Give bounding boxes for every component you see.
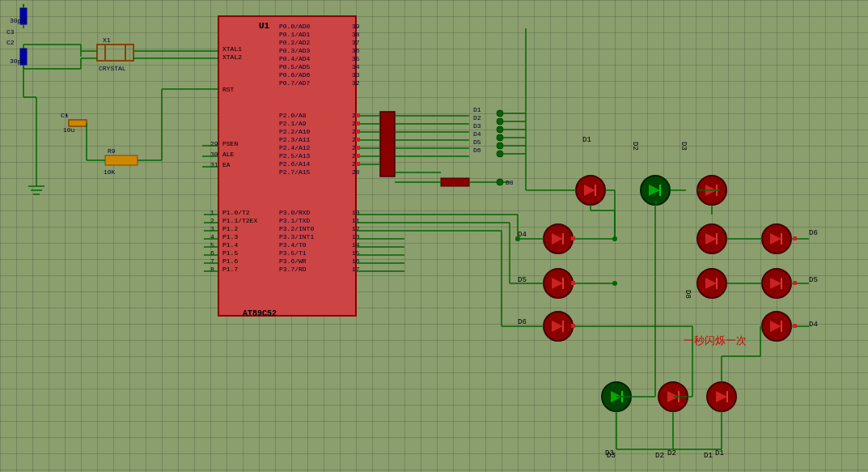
svg-text:PSEN: PSEN (222, 140, 238, 147)
svg-text:U1: U1 (259, 21, 270, 31)
svg-text:D8: D8 (506, 179, 514, 186)
svg-text:D1: D1 (704, 452, 713, 460)
svg-text:XTAL2: XTAL2 (222, 53, 242, 61)
svg-text:P1.6: P1.6 (222, 257, 238, 265)
svg-text:D2: D2 (473, 114, 481, 121)
svg-text:P2.3/A11: P2.3/A11 (279, 136, 311, 143)
svg-text:P1.7: P1.7 (222, 266, 238, 273)
svg-text:P2.7/A15: P2.7/A15 (279, 168, 311, 176)
svg-text:P3.1/TXD: P3.1/TXD (279, 217, 311, 224)
svg-text:D6: D6 (809, 229, 818, 237)
svg-text:D8: D8 (684, 290, 692, 299)
svg-text:36: 36 (352, 47, 360, 54)
crystal-label: CRYSTAL (99, 65, 126, 72)
mcu-label: AT89C52 (243, 309, 277, 318)
svg-point-136 (497, 134, 503, 141)
svg-text:P0.4/AD4: P0.4/AD4 (279, 55, 311, 62)
svg-rect-279 (793, 236, 797, 240)
svg-text:P2.0/A8: P2.0/A8 (279, 112, 307, 119)
svg-rect-280 (793, 281, 797, 285)
svg-rect-277 (571, 281, 575, 285)
svg-rect-108 (380, 112, 395, 176)
svg-text:P0.7/AD7: P0.7/AD7 (279, 79, 311, 87)
svg-text:P0.5/AD5: P0.5/AD5 (279, 63, 311, 70)
svg-text:XTAL1: XTAL1 (222, 45, 242, 53)
svg-rect-274 (356, 154, 360, 158)
svg-text:X1: X1 (103, 36, 111, 44)
svg-text:P3.0/RXD: P3.0/RXD (279, 209, 311, 216)
svg-point-135 (497, 126, 503, 133)
svg-text:D5: D5 (809, 276, 818, 284)
svg-text:P2.5/A13: P2.5/A13 (279, 152, 311, 159)
svg-text:P1.1/T2EX: P1.1/T2EX (222, 217, 257, 224)
svg-rect-272 (356, 138, 360, 142)
svg-point-133 (497, 110, 503, 117)
svg-text:D4: D4 (809, 321, 818, 329)
svg-text:C1: C1 (61, 112, 69, 119)
svg-text:P0.0/AD0: P0.0/AD0 (279, 23, 311, 30)
svg-text:P3.7/RD: P3.7/RD (279, 266, 307, 273)
svg-point-245 (612, 236, 617, 241)
svg-text:P3.3/INT1: P3.3/INT1 (279, 233, 314, 240)
svg-text:P0.6/AD6: P0.6/AD6 (279, 71, 311, 79)
svg-text:P0.3/AD3: P0.3/AD3 (279, 47, 311, 54)
svg-text:D6: D6 (473, 147, 481, 154)
svg-text:D3: D3 (680, 142, 688, 151)
svg-rect-12 (97, 45, 133, 61)
svg-text:ALE: ALE (222, 151, 235, 158)
svg-rect-281 (793, 324, 797, 328)
svg-text:P2.2/A10: P2.2/A10 (279, 128, 311, 135)
svg-text:C2: C2 (6, 39, 15, 46)
svg-rect-269 (356, 113, 360, 117)
svg-text:R9: R9 (108, 147, 116, 155)
svg-text:P1.4: P1.4 (222, 241, 238, 249)
svg-text:P2.1/A9: P2.1/A9 (279, 120, 307, 127)
svg-text:32: 32 (352, 79, 360, 87)
svg-text:P3.5/T1: P3.5/T1 (279, 249, 307, 257)
svg-rect-271 (356, 130, 360, 134)
svg-text:P1.0/T2: P1.0/T2 (222, 209, 250, 216)
svg-rect-275 (356, 162, 360, 166)
svg-text:38: 38 (352, 31, 360, 38)
svg-text:D1: D1 (715, 449, 724, 457)
svg-rect-270 (356, 121, 360, 125)
svg-text:D6: D6 (518, 318, 527, 326)
svg-text:D2: D2 (655, 452, 664, 460)
svg-text:D3: D3 (605, 449, 614, 457)
svg-text:33: 33 (352, 71, 360, 79)
svg-text:EA: EA (222, 161, 231, 168)
svg-rect-273 (356, 146, 360, 150)
svg-text:34: 34 (352, 63, 360, 70)
svg-text:30pF: 30pF (10, 17, 25, 24)
svg-text:10u: 10u (63, 126, 75, 134)
svg-rect-25 (105, 155, 138, 165)
svg-rect-276 (571, 236, 575, 240)
svg-text:P3.6/WR: P3.6/WR (279, 257, 307, 265)
svg-point-134 (497, 118, 503, 125)
svg-text:P0.1/AD1: P0.1/AD1 (279, 31, 311, 38)
svg-text:D2: D2 (667, 449, 676, 457)
svg-text:P3.2/INT0: P3.2/INT0 (279, 225, 314, 232)
svg-text:D3: D3 (473, 122, 481, 130)
svg-point-246 (612, 281, 617, 286)
schematic-canvas: 30pF C3 30pF C2 X1 CRYSTAL + 10u C1 R9 1… (0, 0, 868, 472)
svg-text:D2: D2 (631, 142, 639, 151)
svg-text:P0.2/AD2: P0.2/AD2 (279, 39, 311, 46)
svg-text:P2.4/A12: P2.4/A12 (279, 144, 311, 151)
svg-point-139 (497, 179, 503, 185)
svg-text:D1: D1 (582, 136, 591, 144)
svg-text:37: 37 (352, 39, 360, 46)
svg-text:D4: D4 (473, 130, 481, 138)
svg-text:10K: 10K (104, 168, 116, 176)
svg-point-137 (497, 142, 503, 149)
svg-text:D1: D1 (473, 106, 481, 113)
annotation-text: 一秒闪烁一次 (684, 334, 747, 347)
svg-rect-21 (69, 120, 87, 126)
svg-text:P1.5: P1.5 (222, 249, 238, 257)
svg-text:P1.2: P1.2 (222, 225, 238, 232)
svg-text:C3: C3 (6, 28, 15, 36)
svg-text:P2.6/A14: P2.6/A14 (279, 160, 311, 168)
svg-text:P1.3: P1.3 (222, 233, 238, 240)
svg-text:28: 28 (352, 168, 360, 176)
svg-text:P3.4/T0: P3.4/T0 (279, 241, 307, 249)
